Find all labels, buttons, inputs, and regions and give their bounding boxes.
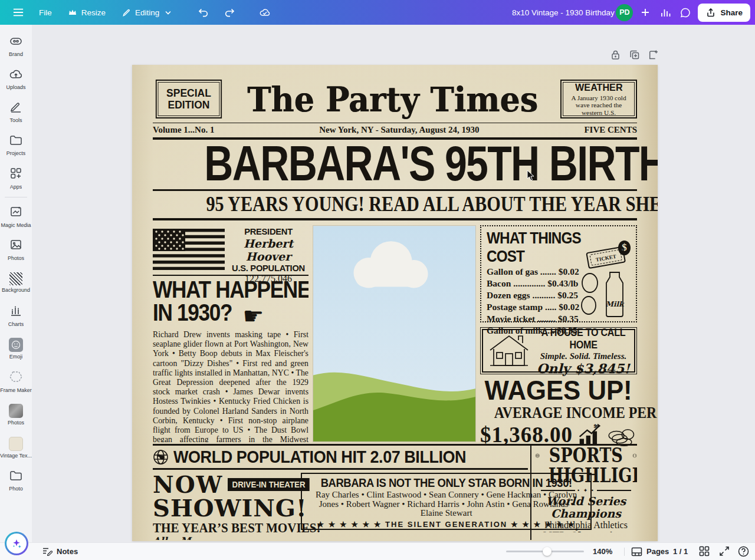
emoji-thumb (9, 338, 23, 352)
population-heading: U.S. POPULATION (230, 263, 306, 274)
comments-button[interactable] (678, 5, 693, 20)
special-edition-box[interactable]: SPECIAL EDITION (156, 80, 222, 118)
apps-grid-icon (9, 167, 22, 182)
ticket-icon: TICKET (586, 247, 625, 268)
drive-in-theater-badge: DRIVE-IN THEATER (228, 478, 310, 491)
landscape-placeholder-image[interactable] (313, 225, 476, 442)
duplicate-page-icon[interactable] (629, 50, 640, 60)
showing-label: SHOWING! (153, 496, 296, 520)
sidebar-item-apps[interactable]: Apps (0, 162, 32, 195)
sidebar-item-photos-2[interactable]: Photos (0, 398, 32, 431)
wages-section[interactable]: WAGES UP! AVERAGE INCOME PER YEAR $1,368… (480, 377, 637, 447)
dateline-row[interactable]: Volume 1...No. 1 New York, NY - Saturday… (153, 123, 637, 137)
fullscreen-icon[interactable] (719, 546, 731, 558)
cloud-save-status-button[interactable] (254, 4, 276, 21)
wages-title: WAGES UP! (485, 377, 632, 404)
clipped-text-sliver: All... M... (153, 535, 296, 540)
invite-member-button[interactable] (638, 5, 653, 20)
sidebar-item-vintage-textures[interactable]: Vintage Tex... (0, 431, 32, 464)
notes-label: Notes (57, 547, 78, 556)
weather-box[interactable]: WEATHER A January 1930 cold wave reached… (560, 80, 637, 118)
grid-view-icon[interactable] (699, 546, 711, 558)
baseball-icon (632, 447, 637, 464)
growth-chart-and-coins-icon: $ (577, 423, 637, 447)
share-button[interactable]: Share (698, 4, 750, 22)
globe-icon (153, 449, 169, 465)
house-icon (485, 332, 533, 369)
what-things-cost-box[interactable]: WHAT THINGS COST $ Gallon of gas .......… (480, 225, 637, 322)
add-page-icon[interactable] (648, 50, 659, 60)
mouse-cursor (527, 170, 536, 184)
weather-text: A January 1930 cold wave reached the wes… (567, 94, 630, 117)
main-menu-button[interactable] (7, 4, 29, 21)
brand-icon (9, 35, 23, 50)
file-menu-label: File (39, 8, 52, 17)
world-series-title: World Series Champions (535, 495, 637, 520)
insights-button[interactable] (658, 5, 673, 20)
bottom-status-bar: Notes 140% Pages 1 / 1 (0, 542, 755, 560)
editing-mode-dropdown[interactable]: Editing (115, 4, 179, 21)
left-sidebar: Brand Uploads Tools Projects Apps Magic … (0, 25, 32, 542)
canva-ai-button[interactable] (5, 532, 28, 555)
house-tagline: Simple. Solid. Timeless. (535, 351, 632, 361)
sidebar-item-charts[interactable]: Charts (0, 299, 32, 332)
best-movies-label: THE YEAR’S BEST MOVIES! (153, 520, 321, 535)
pages-icon (631, 547, 642, 556)
volume-label: Volume 1...No. 1 (153, 125, 214, 135)
masthead-title[interactable]: The Party Times (247, 78, 538, 120)
what-happened-title[interactable]: WHAT HAPPENED IN 1930?☛ (153, 278, 308, 327)
sidebar-item-photo-folder[interactable]: Photo (0, 464, 32, 497)
avatar[interactable]: PD (616, 4, 633, 21)
sidebar-item-brand[interactable]: Brand (0, 29, 32, 62)
zoom-slider[interactable] (506, 543, 584, 560)
sidebar-item-uploads[interactable]: Uploads (0, 62, 32, 95)
sidebar-divider (5, 197, 27, 197)
resize-button[interactable]: Resize (61, 4, 111, 21)
pencil-icon (121, 7, 132, 18)
what-happened-body[interactable]: Richard Drew invents masking tape • Firs… (153, 330, 308, 442)
now-showing-section[interactable]: NOW DRIVE-IN THEATER SHOWING! THE YEAR’S… (153, 473, 296, 540)
help-icon[interactable] (738, 546, 750, 558)
chevron-down-icon (163, 7, 173, 18)
sidebar-item-magic-media[interactable]: Magic Media (0, 200, 32, 233)
subheadline[interactable]: 95 YEARS YOUNG! READ ALL ABOUT THE YEAR … (153, 191, 637, 218)
headline[interactable]: BARBARA'S 95TH BIRTHDAY (153, 140, 637, 189)
notes-icon (42, 547, 52, 556)
comment-bubble-icon (680, 7, 691, 18)
zoom-slider-thumb[interactable] (543, 547, 552, 556)
lock-icon[interactable] (610, 50, 621, 60)
hamburger-menu-icon (13, 7, 24, 18)
design-canvas-page[interactable]: SPECIAL EDITION The Party Times WEATHER … (132, 65, 658, 541)
weather-title: WEATHER (575, 82, 622, 94)
sidebar-item-background[interactable]: Background (0, 266, 32, 299)
undo-button[interactable] (192, 4, 215, 21)
wages-amount: $1,368.00 (480, 422, 573, 447)
us-flag-icon (153, 229, 225, 270)
now-label: NOW (153, 473, 223, 496)
folder-icon (9, 134, 23, 149)
dateline-label: New York, NY - Saturday, August 24, 1930 (319, 125, 479, 135)
zoom-level[interactable]: 140% (593, 547, 612, 556)
generation-label: THE SILENT GENERATION (385, 520, 507, 529)
notes-button[interactable]: Notes (42, 547, 78, 556)
redo-button[interactable] (218, 4, 241, 21)
sidebar-item-emoji[interactable]: Emoji (0, 332, 32, 365)
share-export-icon (705, 7, 716, 18)
sidebar-item-tools[interactable]: Tools (0, 95, 32, 129)
world-population-banner[interactable]: WORLD POPULATION HIT 2.07 BILLION (153, 446, 528, 468)
crown-icon (67, 7, 78, 18)
pages-button[interactable]: Pages (631, 547, 669, 556)
bar-chart-icon (660, 7, 671, 18)
editing-label: Editing (135, 8, 159, 17)
background-hatch-icon (9, 272, 22, 285)
sidebar-item-frame-maker[interactable]: Frame Maker (0, 365, 32, 398)
sidebar-item-photos[interactable]: Photos (0, 233, 32, 266)
photo-thumb (9, 404, 23, 418)
file-menu-button[interactable]: File (33, 5, 58, 21)
share-label: Share (720, 8, 743, 17)
hexagon-frame-icon (9, 370, 23, 386)
president-block[interactable]: 31ST U.S. PRESIDENT Herbert Hoover U.S. … (153, 225, 308, 274)
sidebar-item-projects[interactable]: Projects (0, 129, 32, 162)
sparkle-icon (11, 538, 22, 549)
document-title[interactable]: 8x10 Vintage - 1930 Birthday (512, 0, 615, 25)
